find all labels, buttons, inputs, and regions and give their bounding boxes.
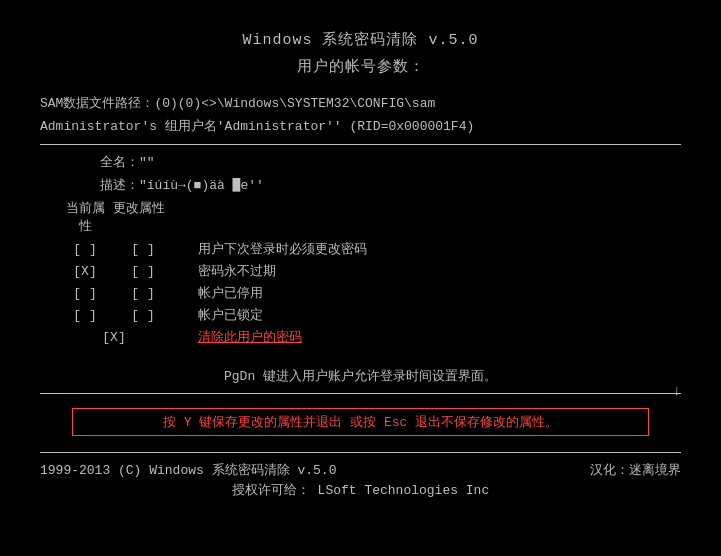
sam-path: SAM数据文件路径：(0)(0)<>\Windows\SYSTEM32\CONF… [40, 94, 681, 114]
col-change-label: 更改属性 [110, 199, 168, 235]
save-info: 按 Y 键保存更改的属性并退出 或按 Esc 退出不保存修改的属性。 [72, 408, 649, 436]
attr-2-label: 帐户已停用 [198, 283, 263, 305]
footer-license: 授权许可给： LSoft Technologies Inc [40, 481, 681, 499]
attr-1-label: 密码永不过期 [198, 261, 276, 283]
attr-2-change: [ ] [118, 283, 168, 305]
attr-3-label: 帐户已锁定 [198, 305, 263, 327]
clear-password-row: [X] 清除此用户的密码 [40, 327, 681, 349]
attr-3-current: [ ] [60, 305, 110, 327]
divider-middle [40, 393, 681, 394]
footer-divider [40, 452, 681, 453]
footer: 1999-2013 (C) Windows 系统密码清除 v.5.0 汉化：迷离… [40, 461, 681, 479]
footer-credit: 汉化：迷离境界 [590, 461, 681, 479]
attr-0-current: [ ] [60, 239, 110, 261]
attributes-section: [ ] [ ] 用户下次登录时必须更改密码 [X] [ ] 密码永不过期 [ ]… [40, 239, 681, 349]
attr-row-2: [ ] [ ] 帐户已停用 [40, 283, 681, 305]
main-screen: Windows 系统密码清除 v.5.0 用户的帐号参数： SAM数据文件路径：… [0, 0, 721, 556]
pgdn-info: PgDn 键进入用户账户允许登录时间设置界面。 [40, 367, 681, 385]
divider-top [40, 144, 681, 145]
attr-3-change: [ ] [118, 305, 168, 327]
attr-row-0: [ ] [ ] 用户下次登录时必须更改密码 [40, 239, 681, 261]
footer-copyright: 1999-2013 (C) Windows 系统密码清除 v.5.0 [40, 461, 590, 479]
fullname: 全名："" [40, 153, 681, 174]
attr-0-label: 用户下次登录时必须更改密码 [198, 239, 367, 261]
admin-info: Administrator's 组用户名'Administrator'' (RI… [40, 117, 681, 137]
clear-password-label: 清除此用户的密码 [198, 327, 302, 349]
attr-row-1: [X] [ ] 密码永不过期 [40, 261, 681, 283]
description: 描述："íúíù→(■)äà █e'' [40, 176, 681, 197]
save-info-wrapper: 按 Y 键保存更改的属性并退出 或按 Esc 退出不保存修改的属性。 [40, 400, 681, 444]
col-current-label: 当前属性 [60, 199, 110, 235]
attr-0-change: [ ] [118, 239, 168, 261]
attr-row-3: [ ] [ ] 帐户已锁定 [40, 305, 681, 327]
page-subtitle: 用户的帐号参数： [40, 57, 681, 76]
divider-with-arrow: ↓ [40, 393, 681, 394]
attr-1-change: [ ] [118, 261, 168, 283]
app-title: Windows 系统密码清除 v.5.0 [40, 30, 681, 49]
attr-columns-header: 当前属性 更改属性 [40, 199, 681, 235]
attr-2-current: [ ] [60, 283, 110, 305]
attr-1-current: [X] [60, 261, 110, 283]
scroll-arrow-icon: ↓ [673, 383, 681, 399]
clear-change-bracket: [X] [60, 327, 168, 349]
